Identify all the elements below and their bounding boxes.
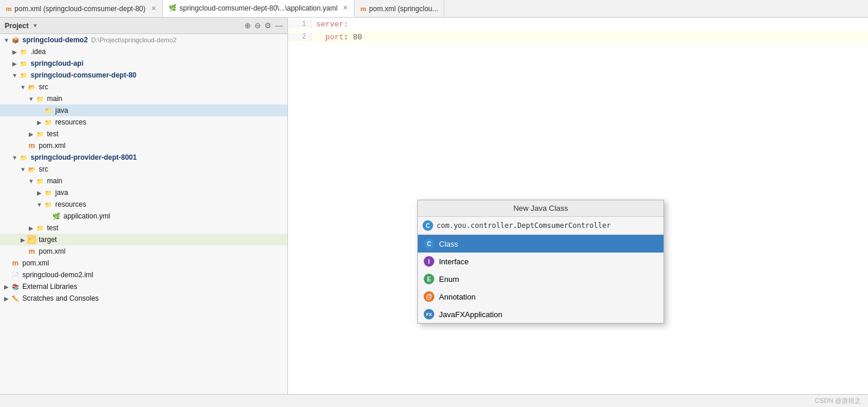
tree-arrow[interactable] <box>2 37 11 43</box>
tree-arrow[interactable] <box>35 201 43 208</box>
sidebar-icon-locate[interactable]: ⊕ <box>244 21 251 30</box>
folder-icon: 📁 <box>35 94 45 103</box>
tree-item[interactable]: 📁test <box>0 128 287 140</box>
tree-arrow[interactable] <box>11 60 19 67</box>
class-icon: C <box>424 238 434 249</box>
folder-icon: 📁 <box>19 47 28 56</box>
tree-item-label: springcloud-api <box>31 59 83 68</box>
tree-arrow[interactable] <box>19 166 27 173</box>
tree-item[interactable]: 📁main <box>0 175 287 187</box>
popup-item-enum[interactable]: E Enum <box>418 270 663 288</box>
tree-item-label: .idea <box>31 48 46 56</box>
tree-item[interactable]: 📁test <box>0 222 287 234</box>
tree-arrow[interactable] <box>19 84 27 90</box>
interface-icon: I <box>424 256 434 267</box>
tree-item[interactable]: mpom.xml <box>0 257 287 269</box>
line-content: server: <box>311 20 348 29</box>
tree-arrow[interactable] <box>11 154 19 161</box>
popup-item-javafx[interactable]: FX JavaFXApplication <box>418 305 663 323</box>
tree-item[interactable]: mpom.xml <box>0 245 287 257</box>
tree-item[interactable]: 📁springcloud-api <box>0 58 287 69</box>
popup-item-interface[interactable]: I Interface <box>418 253 663 270</box>
popup-item-annotation[interactable]: @ Annotation <box>418 288 663 305</box>
popup-item-class[interactable]: C Class <box>418 235 663 253</box>
tree-arrow[interactable] <box>19 237 27 243</box>
main-area: Project ▾ ⊕ ⊖ ⚙ — 📦springcloud-demo2D:\P… <box>0 18 868 394</box>
popup-input: C com.you.controller.DeptComsumerControl… <box>423 220 659 231</box>
tree-item[interactable]: 📁resources <box>0 116 287 128</box>
folder-java-icon: 📁 <box>43 188 53 197</box>
tree-item[interactable]: 📁main <box>0 93 287 105</box>
tab-pom-comsumer[interactable]: m pom.xml (springcloud-comsumer-dept-80)… <box>0 0 163 17</box>
tree-arrow[interactable] <box>35 190 43 196</box>
tree-arrow[interactable] <box>2 284 11 290</box>
tree-item[interactable]: ✏️Scratches and Consoles <box>0 292 287 304</box>
tree-item[interactable]: 📁springcloud-provider-dept-8001 <box>0 152 287 163</box>
new-java-class-popup[interactable]: New Java Class C com.you.controller.Dept… <box>417 200 664 324</box>
sidebar-dropdown-icon[interactable]: ▾ <box>33 22 37 29</box>
tree-arrow[interactable] <box>27 178 35 184</box>
tree-item-label: springcloud-comsumer-dept-80 <box>31 71 136 79</box>
tab-application-yaml[interactable]: 🌿 springcloud-comsumer-dept-80\...\appli… <box>163 0 355 17</box>
folder-src-icon: 📂 <box>27 164 36 174</box>
tree-item[interactable]: 📂src <box>0 163 287 175</box>
tree-arrow[interactable] <box>27 96 35 102</box>
tree-arrow[interactable] <box>2 295 11 302</box>
sidebar-icon-minimize[interactable]: — <box>275 21 283 30</box>
tree-item-label: target <box>39 236 57 244</box>
line-number: 2 <box>288 33 311 41</box>
tree-item[interactable]: 📁resources <box>0 199 287 210</box>
tree-item[interactable]: 🌿application.yml <box>0 210 287 222</box>
tree-item-label: main <box>47 95 62 103</box>
tree-arrow[interactable] <box>11 72 19 79</box>
tree-arrow[interactable] <box>11 49 19 55</box>
folder-test-icon: 📁 <box>35 223 45 233</box>
tree-item-label: pom.xml <box>39 142 65 150</box>
tab-close[interactable]: ✕ <box>151 5 156 12</box>
tab-bar: m pom.xml (springcloud-comsumer-dept-80)… <box>0 0 868 18</box>
tree-arrow[interactable] <box>27 225 35 231</box>
tree-item[interactable]: mpom.xml <box>0 140 287 152</box>
tree-item-label: pom.xml <box>22 259 49 267</box>
sidebar-icon-collapse[interactable]: ⊖ <box>254 21 261 30</box>
tree-item[interactable]: 📂src <box>0 81 287 93</box>
yaml-icon: 🌿 <box>52 211 61 221</box>
project-tree: 📦springcloud-demo2D:\Project\springcloud… <box>0 34 287 304</box>
tree-arrow[interactable] <box>27 131 35 137</box>
tree-item[interactable]: 📁springcloud-comsumer-dept-80 <box>0 69 287 81</box>
sidebar-icon-settings[interactable]: ⚙ <box>264 21 272 30</box>
tab-label: pom.xml (springcloud-comsumer-dept-80) <box>15 5 146 13</box>
tree-item-label: src <box>39 165 48 173</box>
tree-item[interactable]: 📦springcloud-demo2D:\Project\springcloud… <box>0 34 287 46</box>
sidebar-header: Project ▾ ⊕ ⊖ ⚙ — <box>0 18 287 34</box>
folder-icon: 📁 <box>19 59 28 68</box>
tree-item-label: main <box>47 177 62 185</box>
tree-item-label: test <box>47 224 58 232</box>
tab-icon-m: m <box>6 5 12 12</box>
folder-target-icon: 📁 <box>27 235 36 244</box>
editor-line-1: 1 server: <box>288 18 868 31</box>
tree-item[interactable]: 📁java <box>0 187 287 199</box>
tree-item-label: resources <box>55 200 86 208</box>
annotation-icon: @ <box>424 291 434 302</box>
tree-item-label: test <box>47 130 58 138</box>
tree-item-label: java <box>55 189 68 197</box>
folder-icon: 📁 <box>19 70 28 80</box>
tree-item[interactable]: 📄springcloud-demo2.iml <box>0 269 287 281</box>
tab-icon-yaml: 🌿 <box>169 4 177 12</box>
tree-item-label: java <box>55 106 68 115</box>
tab-pom-provider[interactable]: m pom.xml (springclou... <box>354 0 444 17</box>
tree-item[interactable]: 📚External Libraries <box>0 281 287 292</box>
tab-close[interactable]: ✕ <box>343 4 348 12</box>
tree-item[interactable]: 📁java <box>0 105 287 116</box>
tree-item[interactable]: 📁.idea <box>0 46 287 58</box>
popup-input-text[interactable]: com.you.controller.DeptComsumerControlle… <box>437 221 611 230</box>
folder-test-icon: 📁 <box>35 129 45 139</box>
tree-item-label: resources <box>55 118 86 126</box>
class-label: Class <box>439 240 458 248</box>
tree-arrow[interactable] <box>35 119 43 126</box>
folder-java-icon: 📁 <box>43 106 53 115</box>
tree-item[interactable]: 📁target <box>0 234 287 245</box>
tree-item-label: application.yml <box>63 212 110 220</box>
enum-label: Enum <box>439 275 459 284</box>
